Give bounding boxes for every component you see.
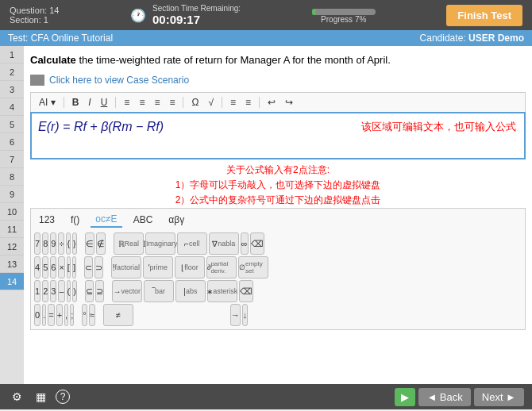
sidebar-item-1[interactable]: 1 xyxy=(0,46,24,63)
key-floor[interactable]: ⌊floor xyxy=(175,256,205,278)
sidebar-item-3[interactable]: 3 xyxy=(0,81,24,98)
key-in[interactable]: ∈ xyxy=(85,232,94,255)
key-7[interactable]: 7 xyxy=(34,232,40,255)
editor-area[interactable]: E(r) = Rf + β(Rm − Rf) 该区域可编辑文本，也可输入公式 xyxy=(30,112,526,159)
sidebar-item-2[interactable]: 2 xyxy=(0,63,24,81)
key-cell[interactable]: ⌐cell xyxy=(177,232,207,255)
key-subset[interactable]: ⊂ xyxy=(84,256,93,278)
finish-test-button[interactable]: Finish Test xyxy=(446,5,522,26)
sidebar-item-7[interactable]: 7 xyxy=(0,151,24,168)
video-button[interactable]: ▶ xyxy=(395,388,415,406)
key-9[interactable]: 9 xyxy=(50,232,56,255)
toolbar-bold[interactable]: B xyxy=(69,96,83,109)
sidebar-item-9[interactable]: 9 xyxy=(0,186,24,203)
key-approx[interactable]: ≈ xyxy=(89,304,95,326)
progress-section: Progress 7% xyxy=(312,7,376,24)
key-partial[interactable]: ∂partial deriv. xyxy=(206,256,237,278)
key-semicolon[interactable]: ; xyxy=(70,304,74,326)
key-notin[interactable]: ∉ xyxy=(96,232,106,255)
sidebar-item-6[interactable]: 6 xyxy=(0,133,24,151)
key-prime[interactable]: ′prime xyxy=(143,256,173,278)
keyboard-tabs: 123 f() oc≠E ABC αβγ xyxy=(34,212,522,228)
toolbar-ai[interactable]: AI ▾ xyxy=(36,96,59,109)
key-lbracket[interactable]: [ xyxy=(67,256,71,278)
key-vector[interactable]: →vector xyxy=(112,280,142,302)
key-asterisk[interactable]: ∗asterisk xyxy=(207,280,237,302)
key-1[interactable]: 1 xyxy=(34,280,40,302)
kbd-tab-abc[interactable]: ABC xyxy=(129,213,158,227)
key-abs[interactable]: |abs xyxy=(175,280,206,302)
progress-bar xyxy=(312,9,376,15)
notes-title: 关于公式输入有2点注意: xyxy=(30,163,526,178)
toolbar-align-left[interactable]: ≡ xyxy=(121,96,133,109)
sidebar-item-11[interactable]: 11 xyxy=(0,221,24,238)
key-arrow-down[interactable]: ↓ xyxy=(242,304,249,326)
key-6[interactable]: 6 xyxy=(50,256,56,278)
key-imaginary[interactable]: 𝕀Imaginary xyxy=(145,232,175,255)
kbd-tab-fx[interactable]: f() xyxy=(66,213,84,227)
sidebar-item-10[interactable]: 10 xyxy=(0,203,24,221)
key-mult[interactable]: × xyxy=(58,256,64,278)
toolbar-align-right[interactable]: ≡ xyxy=(151,96,163,109)
key-superset[interactable]: ⊃ xyxy=(94,256,103,278)
key-plus[interactable]: + xyxy=(56,304,63,326)
key-arrow-right[interactable]: → xyxy=(230,304,241,326)
case-scenario-link[interactable]: Click here to view Case Scenario xyxy=(30,75,526,86)
sidebar-item-4[interactable]: 4 xyxy=(0,98,24,116)
key-lparen[interactable]: ( xyxy=(67,280,71,302)
key-supseteq[interactable]: ⊇ xyxy=(95,280,104,302)
key-rbracket[interactable]: ] xyxy=(72,256,76,278)
key-8[interactable]: 8 xyxy=(42,232,48,255)
kbd-tab-123[interactable]: 123 xyxy=(34,213,60,227)
key-factorial[interactable]: !factorial xyxy=(111,256,141,278)
key-backspace[interactable]: ⌫ xyxy=(239,280,253,302)
toolbar-undo[interactable]: ↩ xyxy=(264,96,279,109)
key-degree[interactable]: ° xyxy=(82,304,87,326)
grid-icon[interactable]: ▦ xyxy=(32,388,49,405)
key-comma[interactable]: , xyxy=(64,304,68,326)
sidebar-item-14[interactable]: 14 xyxy=(0,273,24,290)
settings-icon[interactable]: ⚙ xyxy=(8,388,25,405)
key-dot[interactable]: . xyxy=(42,304,46,326)
sidebar-item-8[interactable]: 8 xyxy=(0,168,24,186)
key-equals[interactable]: = xyxy=(48,304,54,326)
key-bar[interactable]: ‾bar xyxy=(144,280,174,302)
kbd-tab-greek[interactable]: αβγ xyxy=(164,213,189,227)
toolbar-redo[interactable]: ↪ xyxy=(282,96,296,109)
help-icon[interactable]: ? xyxy=(56,390,70,404)
toolbar-sqrt[interactable]: √ xyxy=(205,96,217,109)
key-5[interactable]: 5 xyxy=(42,256,48,278)
next-button[interactable]: Next ► xyxy=(474,388,524,406)
timer-section: 🕐 Section Time Remaining: 00:09:17 xyxy=(130,4,241,26)
key-inf[interactable]: ∞ xyxy=(241,232,249,255)
toolbar-omega[interactable]: Ω xyxy=(188,96,202,109)
kbd-tab-symbols[interactable]: oc≠E xyxy=(91,212,121,228)
key-3[interactable]: 3 xyxy=(50,280,56,302)
sidebar-item-12[interactable]: 12 xyxy=(0,238,24,255)
toolbar-align-justify[interactable]: ≡ xyxy=(166,96,178,109)
key-subseteq[interactable]: ⊆ xyxy=(85,280,94,302)
key-minus[interactable]: – xyxy=(58,280,64,302)
key-0[interactable]: 0 xyxy=(34,304,40,326)
key-2[interactable]: 2 xyxy=(42,280,48,302)
key-rparen[interactable]: ) xyxy=(72,280,77,302)
toolbar-italic[interactable]: I xyxy=(85,96,94,109)
key-rcurly[interactable]: } xyxy=(72,232,77,255)
toolbar-indent[interactable]: ≡ xyxy=(227,96,239,109)
toolbar-align-center[interactable]: ≡ xyxy=(136,96,148,109)
key-backspace-row1[interactable]: ⌫ xyxy=(250,232,264,255)
key-nabla[interactable]: ∇nabla xyxy=(209,232,239,255)
key-real[interactable]: ℝReal xyxy=(114,232,144,255)
key-neq[interactable]: ≠ xyxy=(103,304,133,326)
key-div[interactable]: ÷ xyxy=(58,232,64,255)
sidebar-item-13[interactable]: 13 xyxy=(0,255,24,273)
back-button[interactable]: ◄ Back xyxy=(418,388,470,406)
key-lcurly[interactable]: { xyxy=(66,232,71,255)
key-emptyset[interactable]: ∅empty set xyxy=(238,256,268,278)
toolbar-underline[interactable]: U xyxy=(98,96,111,109)
sidebar-item-5[interactable]: 5 xyxy=(0,116,24,133)
toolbar-outdent[interactable]: ≡ xyxy=(242,96,254,109)
toolbar-sep5 xyxy=(259,97,260,108)
formula-annotation: 该区域可编辑文本，也可输入公式 xyxy=(361,120,516,134)
key-4[interactable]: 4 xyxy=(34,256,40,278)
